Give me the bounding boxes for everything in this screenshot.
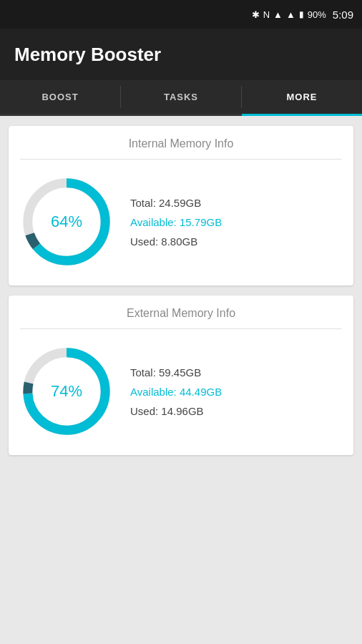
tab-bar: BOOST TASKS MORE	[0, 80, 362, 116]
bluetooth-icon: ✱	[252, 9, 260, 20]
tab-tasks-label: TASKS	[164, 92, 198, 102]
external-memory-donut: 74%	[20, 345, 113, 438]
tab-boost-label: BOOST	[41, 92, 78, 102]
wifi-icon: ▲	[286, 9, 295, 20]
external-memory-body: 74% Total: 59.45GB Available: 44.49GB Us…	[20, 339, 342, 444]
external-total: Total: 59.45GB	[130, 366, 222, 379]
internal-memory-body: 64% Total: 24.59GB Available: 15.79GB Us…	[20, 170, 342, 274]
battery-icon: ▮	[299, 9, 304, 19]
external-memory-percent: 74%	[51, 382, 82, 401]
tab-tasks[interactable]: TASKS	[121, 80, 241, 114]
signal-icon: ▲	[273, 9, 283, 20]
external-memory-title: External Memory Info	[20, 307, 342, 329]
battery-percent: 90%	[308, 9, 326, 20]
internal-total: Total: 24.59GB	[130, 197, 222, 209]
external-available: Available: 44.49GB	[130, 386, 222, 398]
external-memory-info: Total: 59.45GB Available: 44.49GB Used: …	[130, 366, 222, 417]
status-bar: ✱ N ▲ ▲ ▮ 90% 5:09	[0, 0, 362, 29]
internal-available: Available: 15.79GB	[130, 216, 222, 228]
tab-more-label: MORE	[287, 92, 318, 102]
main-content: Internal Memory Info 64% Total: 24.59GB …	[0, 116, 362, 465]
internal-memory-title: Internal Memory Info	[20, 137, 342, 160]
internal-memory-percent: 64%	[51, 213, 82, 231]
app-title: Memory Booster	[14, 44, 161, 66]
status-icons: ✱ N ▲ ▲ ▮ 90% 5:09	[252, 9, 353, 21]
tab-boost[interactable]: BOOST	[0, 80, 120, 114]
internal-memory-card: Internal Memory Info 64% Total: 24.59GB …	[9, 126, 353, 286]
nfc-icon: N	[263, 9, 270, 20]
external-memory-card: External Memory Info 74% Total: 59.45GB …	[9, 296, 353, 455]
internal-memory-info: Total: 24.59GB Available: 15.79GB Used: …	[130, 197, 222, 248]
status-time: 5:09	[333, 9, 353, 21]
tab-more[interactable]: MORE	[242, 80, 362, 114]
internal-memory-donut: 64%	[20, 175, 113, 268]
app-bar: Memory Booster	[0, 29, 362, 80]
internal-used: Used: 8.80GB	[130, 235, 222, 248]
external-used: Used: 14.96GB	[130, 405, 222, 417]
